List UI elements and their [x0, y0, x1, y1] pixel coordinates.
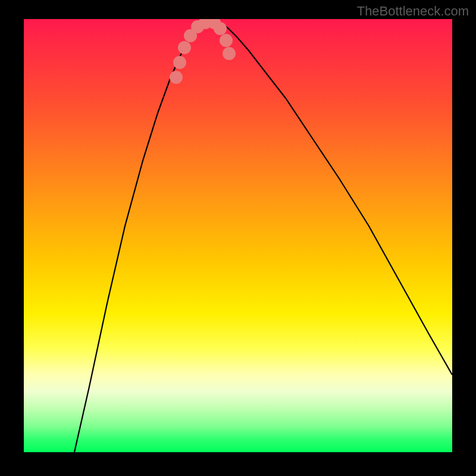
marker-dot: [223, 47, 236, 60]
marker-dot: [178, 41, 191, 54]
plot-area: [24, 19, 452, 452]
left-curve: [74, 23, 200, 452]
chart-svg: [24, 19, 452, 452]
right-curve: [223, 24, 452, 375]
watermark-text: TheBottleneck.com: [357, 4, 469, 19]
marker-dot: [173, 56, 186, 69]
marker-dot: [214, 22, 227, 35]
marker-dot: [220, 34, 233, 47]
marker-dot: [170, 71, 183, 84]
marker-dots: [170, 19, 236, 84]
